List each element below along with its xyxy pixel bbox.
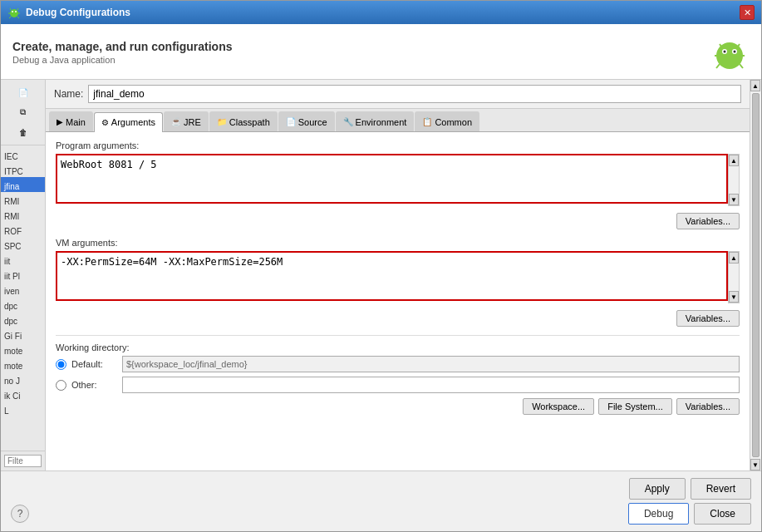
tab-content-arguments: Program arguments: ▲ ▼ Variables... VM a… <box>46 132 750 470</box>
main-scroll-up[interactable]: ▲ <box>750 80 760 91</box>
sidebar-item-3[interactable]: RMI <box>1 192 45 207</box>
sidebar-item-11[interactable]: dpc <box>1 312 45 327</box>
workspace-button[interactable]: Workspace... <box>523 398 594 415</box>
program-args-container: ▲ ▼ <box>56 154 740 206</box>
vm-scroll-down-arrow[interactable]: ▼ <box>729 291 739 303</box>
sidebar-item-17[interactable]: L <box>1 401 45 416</box>
close-button[interactable]: Close <box>694 503 751 525</box>
other-dir-input[interactable] <box>122 377 740 393</box>
svg-point-2 <box>15 11 17 12</box>
vm-args-scrollbar: ▲ ▼ <box>728 251 740 303</box>
apply-button[interactable]: Apply <box>629 478 686 500</box>
jre-tab-icon: ☕ <box>171 117 181 126</box>
dialog-header-text: Create, manage, and run configurations D… <box>12 40 233 65</box>
program-args-label: Program arguments: <box>56 140 740 150</box>
delete-config-button[interactable]: 🗑 <box>12 123 35 141</box>
sidebar-item-15[interactable]: no J <box>1 372 45 387</box>
main-content: Name: ▶ Main ⚙ Arguments ☕ JRE 📁 <box>46 80 750 470</box>
tab-environment-label: Environment <box>356 117 407 127</box>
debug-button[interactable]: Debug <box>628 503 689 525</box>
vm-args-variables-button[interactable]: Variables... <box>676 310 740 327</box>
sidebar-item-12[interactable]: Gi Fi <box>1 327 45 342</box>
main-tab-icon: ▶ <box>57 117 63 126</box>
sidebar-item-4[interactable]: RMI <box>1 207 45 222</box>
sidebar-item-8[interactable]: iit Pl <box>1 267 45 282</box>
sidebar-item-5[interactable]: ROF <box>1 222 45 237</box>
sidebar-item-7[interactable]: iit <box>1 252 45 267</box>
working-dir-variables-button[interactable]: Variables... <box>676 398 740 415</box>
program-args-variables-button[interactable]: Variables... <box>676 213 740 229</box>
scroll-up-arrow[interactable]: ▲ <box>729 155 739 166</box>
dir-buttons: Workspace... File System... Variables... <box>56 398 740 415</box>
svg-line-7 <box>9 17 11 18</box>
sidebar-item-0[interactable]: IEC <box>1 147 45 162</box>
svg-line-3 <box>10 8 11 10</box>
tab-jre[interactable]: ☕ JRE <box>164 111 209 131</box>
svg-point-1 <box>12 11 13 12</box>
tab-environment[interactable]: 🔧 Environment <box>336 111 415 131</box>
default-radio[interactable] <box>56 359 66 370</box>
svg-line-4 <box>17 8 18 10</box>
dialog-subtitle: Debug a Java application <box>12 55 233 65</box>
tab-common-label: Common <box>435 117 472 127</box>
revert-button[interactable]: Revert <box>691 478 751 500</box>
sidebar-filter-area <box>1 451 45 470</box>
tabs-bar: ▶ Main ⚙ Arguments ☕ JRE 📁 Classpath 📄 <box>46 109 750 132</box>
bug-icon <box>7 6 21 19</box>
title-bar-left: Debug Configurations <box>7 6 130 19</box>
tab-source-label: Source <box>298 117 327 127</box>
classpath-tab-icon: 📁 <box>217 117 227 126</box>
other-radio-row: Other: <box>56 377 740 393</box>
tab-classpath[interactable]: 📁 Classpath <box>209 111 278 131</box>
vm-scroll-track <box>729 264 739 291</box>
program-args-textarea[interactable] <box>56 154 728 204</box>
debug-configurations-dialog: Debug Configurations ✕ Create, manage, a… <box>0 0 762 532</box>
new-config-button[interactable]: 📄 <box>12 83 35 101</box>
scroll-down-arrow[interactable]: ▼ <box>729 194 739 205</box>
footer-action-buttons: Debug Close <box>628 503 751 525</box>
default-radio-row: Default: <box>56 356 740 372</box>
main-scroll-down[interactable]: ▼ <box>750 459 760 470</box>
sidebar: 📄 ⧉ 🗑 IEC ITPC jfina RMI RMI ROF SPC iit… <box>1 80 46 470</box>
default-dir-input <box>122 356 740 372</box>
vm-scroll-up-arrow[interactable]: ▲ <box>729 252 739 264</box>
tab-source[interactable]: 📄 Source <box>278 111 335 131</box>
dialog-body: 📄 ⧉ 🗑 IEC ITPC jfina RMI RMI ROF SPC iit… <box>1 80 761 470</box>
svg-point-13 <box>734 51 736 53</box>
common-tab-icon: 📋 <box>422 117 432 126</box>
sidebar-item-9[interactable]: iven <box>1 282 45 297</box>
tab-main-label: Main <box>66 117 86 127</box>
tab-arguments[interactable]: ⚙ Arguments <box>94 112 163 132</box>
footer-bottom: ? Debug Close <box>11 503 751 525</box>
sidebar-item-1[interactable]: ITPC <box>1 162 45 177</box>
sidebar-item-16[interactable]: ik Ci <box>1 387 45 401</box>
dialog-title: Create, manage, and run configurations <box>12 40 233 53</box>
tab-main[interactable]: ▶ Main <box>49 111 93 131</box>
file-system-button[interactable]: File System... <box>598 398 672 415</box>
tab-common[interactable]: 📋 Common <box>415 111 479 131</box>
tab-classpath-label: Classpath <box>229 117 270 127</box>
other-radio[interactable] <box>56 380 66 391</box>
main-scroll-thumb[interactable] <box>752 93 760 457</box>
vm-args-container: ▲ ▼ <box>56 251 740 303</box>
arguments-tab-icon: ⚙ <box>101 118 109 127</box>
working-dir-label: Working directory: <box>56 342 740 352</box>
sidebar-item-2[interactable]: jfina <box>1 177 45 192</box>
sidebar-item-14[interactable]: mote <box>1 357 45 372</box>
name-input[interactable] <box>88 85 741 103</box>
name-label: Name: <box>54 88 83 100</box>
sidebar-item-6[interactable]: SPC <box>1 237 45 252</box>
sidebar-items-list: IEC ITPC jfina RMI RMI ROF SPC iit iit P… <box>1 145 45 451</box>
close-window-button[interactable]: ✕ <box>740 5 755 20</box>
help-button[interactable]: ? <box>11 505 29 523</box>
svg-point-12 <box>724 51 726 53</box>
title-bar: Debug Configurations ✕ <box>1 1 761 24</box>
duplicate-config-button[interactable]: ⧉ <box>12 103 35 121</box>
svg-point-0 <box>10 9 18 17</box>
environment-tab-icon: 🔧 <box>343 117 353 126</box>
vm-args-textarea[interactable] <box>56 251 728 301</box>
source-tab-icon: 📄 <box>286 117 296 126</box>
sidebar-item-10[interactable]: dpc <box>1 297 45 312</box>
sidebar-item-13[interactable]: mote <box>1 342 45 357</box>
sidebar-filter-input[interactable] <box>4 455 42 467</box>
